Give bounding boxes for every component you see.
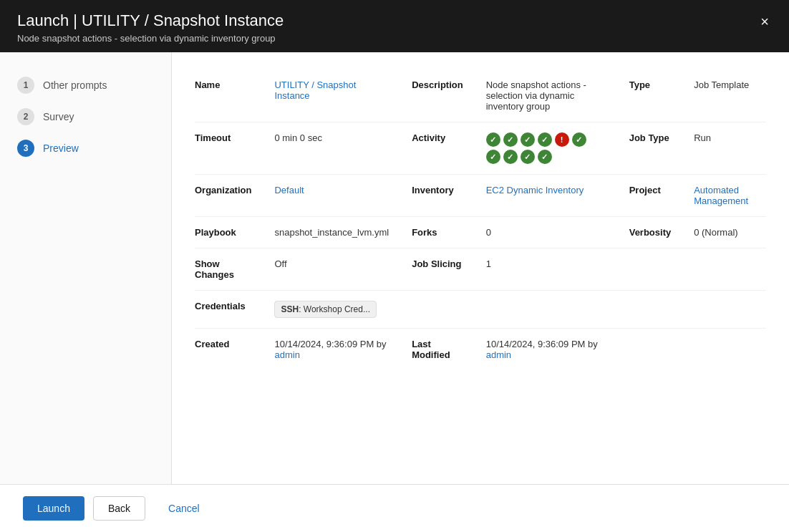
created-user-link[interactable]: admin — [274, 349, 299, 360]
sidebar-label-preview: Preview — [43, 142, 79, 154]
activity-icon: ! — [555, 132, 569, 147]
inventory-link[interactable]: EC2 Dynamic Inventory — [486, 185, 584, 195]
modal-body: 1 Other prompts 2 Survey 3 Preview — [0, 52, 789, 484]
sidebar: 1 Other prompts 2 Survey 3 Preview — [0, 52, 172, 484]
credential-badge: SSH: Workshop Cred... — [274, 301, 377, 318]
type-label: Type — [618, 69, 683, 122]
activity-icon: ✓ — [503, 150, 518, 164]
last-modified-label: Last Modified — [400, 329, 475, 370]
activity-icon: ✓ — [521, 132, 535, 147]
modal-overlay: Launch | UTILITY / Snapshot Instance Nod… — [0, 0, 789, 532]
organization-label: Organization — [195, 175, 263, 216]
credentials-label: Credentials — [195, 291, 263, 328]
credential-badge-type: SSH — [281, 304, 299, 314]
modal: Launch | UTILITY / Snapshot Instance Nod… — [0, 0, 789, 532]
show-changes-value: Off — [263, 248, 400, 290]
activity-icon: ✓ — [538, 150, 552, 164]
detail-table: Name UTILITY / Snapshot Instance Descrip… — [195, 69, 766, 370]
table-row: Name UTILITY / Snapshot Instance Descrip… — [195, 69, 766, 122]
modal-header: Launch | UTILITY / Snapshot Instance Nod… — [0, 0, 789, 52]
job-type-value: Run — [682, 122, 766, 174]
forks-label: Forks — [400, 217, 475, 248]
timeout-label: Timeout — [195, 122, 263, 174]
activity-icon: ✓ — [486, 150, 500, 164]
table-row: Playbook snapshot_instance_lvm.yml Forks… — [195, 217, 766, 248]
show-changes-label: Show Changes — [195, 248, 263, 290]
activity-icon: ✓ — [503, 132, 518, 147]
activity-icon: ✓ — [521, 150, 535, 164]
step-num-2: 2 — [17, 108, 34, 125]
table-row: Created 10/14/2024, 9:36:09 PM by admin … — [195, 329, 766, 370]
playbook-value: snapshot_instance_lvm.yml — [263, 217, 400, 248]
verbosity-value: 0 (Normal) — [682, 217, 766, 248]
name-label: Name — [195, 69, 263, 122]
job-slicing-value: 1 — [475, 248, 618, 290]
project-label: Project — [618, 175, 683, 216]
name-value: UTILITY / Snapshot Instance — [263, 69, 400, 122]
step-num-3: 3 — [17, 140, 34, 157]
inventory-value: EC2 Dynamic Inventory — [475, 175, 618, 216]
step-num-1: 1 — [17, 77, 34, 94]
timeout-value: 0 min 0 sec — [263, 122, 400, 174]
modal-footer: Launch Back Cancel — [0, 484, 789, 532]
activity-icon: ✓ — [486, 132, 500, 147]
project-link[interactable]: Automated Management — [694, 185, 748, 206]
created-value: 10/14/2024, 9:36:09 PM by admin — [263, 329, 400, 370]
activity-icon: ✓ — [538, 132, 552, 147]
organization-link[interactable]: Default — [274, 185, 304, 195]
activity-icon: ✓ — [572, 132, 586, 147]
modal-header-content: Launch | UTILITY / Snapshot Instance Nod… — [17, 11, 284, 44]
table-row: Show Changes Off Job Slicing 1 — [195, 248, 766, 290]
credentials-value: SSH: Workshop Cred... — [263, 291, 400, 328]
organization-value: Default — [263, 175, 400, 216]
last-modified-user-link[interactable]: admin — [486, 349, 511, 360]
created-datetime: 10/14/2024, 9:36:09 PM by — [274, 339, 386, 349]
description-label: Description — [400, 69, 475, 122]
sidebar-label-other-prompts: Other prompts — [43, 79, 107, 91]
table-row: Organization Default Inventory EC2 Dynam… — [195, 175, 766, 216]
job-slicing-label: Job Slicing — [400, 248, 475, 290]
activity-icons: ✓✓✓✓!✓✓✓✓✓ — [486, 132, 601, 164]
sidebar-item-other-prompts[interactable]: 1 Other prompts — [0, 69, 171, 101]
created-label: Created — [195, 329, 263, 370]
last-modified-value: 10/14/2024, 9:36:09 PM by admin — [475, 329, 618, 370]
verbosity-label: Verbosity — [618, 217, 683, 248]
credential-badge-value: Workshop Cred... — [304, 304, 370, 314]
activity-label: Activity — [400, 122, 475, 174]
type-value: Job Template — [682, 69, 766, 122]
sidebar-label-survey: Survey — [43, 111, 74, 122]
job-type-label: Job Type — [618, 122, 683, 174]
name-link[interactable]: UTILITY / Snapshot Instance — [274, 79, 356, 101]
inventory-label: Inventory — [400, 175, 475, 216]
last-modified-datetime: 10/14/2024, 9:36:09 PM by — [486, 339, 598, 349]
back-button[interactable]: Back — [93, 496, 145, 521]
description-value: Node snapshot actions - selection via dy… — [475, 69, 618, 122]
forks-value: 0 — [475, 217, 618, 248]
main-content: Name UTILITY / Snapshot Instance Descrip… — [172, 52, 789, 484]
playbook-label: Playbook — [195, 217, 263, 248]
table-row: Credentials SSH: Workshop Cred... — [195, 291, 766, 328]
launch-button[interactable]: Launch — [23, 496, 84, 521]
sidebar-item-preview[interactable]: 3 Preview — [0, 132, 171, 164]
modal-title: Launch | UTILITY / Snapshot Instance — [17, 11, 284, 30]
project-value: Automated Management — [682, 175, 766, 216]
table-row: Timeout 0 min 0 sec Activity ✓✓✓✓!✓✓✓✓✓ … — [195, 122, 766, 174]
modal-close-button[interactable]: × — [757, 11, 772, 32]
cancel-button[interactable]: Cancel — [154, 496, 214, 521]
activity-value: ✓✓✓✓!✓✓✓✓✓ — [475, 122, 618, 174]
sidebar-item-survey[interactable]: 2 Survey — [0, 101, 171, 132]
modal-subtitle: Node snapshot actions - selection via dy… — [17, 33, 284, 44]
